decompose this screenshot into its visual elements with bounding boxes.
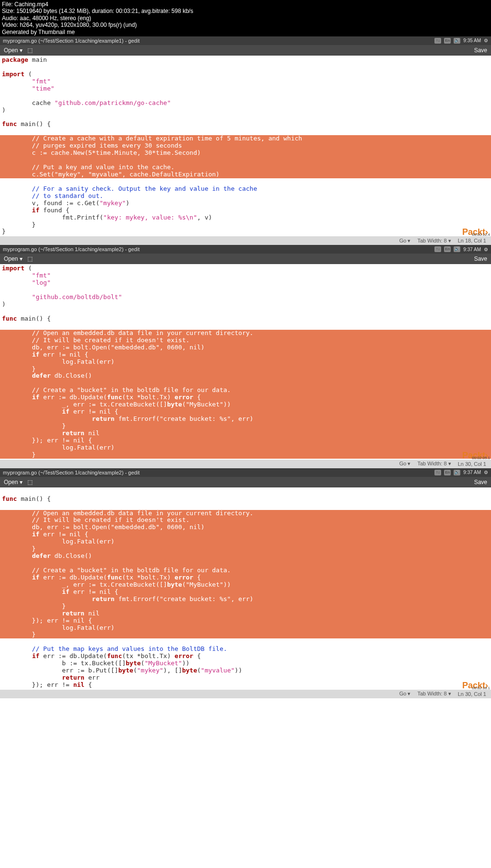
save-button[interactable]: Save — [474, 255, 487, 262]
language-indicator[interactable]: En — [444, 38, 451, 44]
volume-icon[interactable]: 🔊 — [454, 246, 460, 252]
settings-icon[interactable]: ⚙ — [484, 38, 488, 43]
cursor-position: Ln 18, Col 1 — [458, 238, 486, 243]
meta-size: Size: 15019640 bytes (14.32 MiB), durati… — [2, 8, 489, 14]
window-title: myprogram.go (~/Test/Section 1/caching/e… — [3, 38, 140, 44]
window-title: myprogram.go (~/Test/Section 1/caching/e… — [3, 470, 140, 475]
language-mode[interactable]: Go ▾ — [399, 691, 411, 697]
editor-toolbar: Open ▾ ⬚ Save — [0, 477, 491, 487]
code-editor[interactable]: import ( "fmt" "log" "github.com/boltdb/… — [0, 264, 491, 459]
new-tab-icon[interactable]: ⬚ — [27, 47, 33, 54]
editor-statusbar: Go ▾ Tab Width: 8 ▾ Ln 30, Col 1 — [0, 460, 491, 468]
save-button[interactable]: Save — [474, 47, 487, 54]
language-mode[interactable]: Go ▾ — [399, 238, 411, 244]
clock: 9:37 AM — [463, 470, 481, 475]
meta-file: File: Caching.mp4 — [2, 1, 489, 8]
cursor-position: Ln 30, Col 1 — [458, 461, 486, 467]
clock: 9:35 AM — [463, 38, 481, 43]
language-indicator[interactable]: En — [444, 246, 451, 252]
cursor-position: Ln 30, Col 1 — [458, 691, 486, 697]
meta-video: Video: h264, yuv420p, 1920x1080, 30.00 f… — [2, 22, 489, 28]
network-icon[interactable]: ↑↓ — [434, 470, 441, 475]
meta-generated: Generated by Thumbnail me — [2, 29, 489, 35]
screenshot-2: myprogram.go (~/Test/Section 1/caching/e… — [0, 245, 491, 468]
screenshot-1: myprogram.go (~/Test/Section 1/caching/e… — [0, 36, 491, 245]
settings-icon[interactable]: ⚙ — [484, 247, 488, 252]
network-icon[interactable]: ↑↓ — [434, 246, 441, 252]
open-button[interactable]: Open ▾ — [4, 47, 23, 54]
new-tab-icon[interactable]: ⬚ — [27, 479, 33, 486]
code-editor[interactable]: package main import ( "fmt" "time" cache… — [0, 56, 491, 236]
meta-audio: Audio: aac, 48000 Hz, stereo (eng) — [2, 15, 489, 22]
volume-icon[interactable]: 🔊 — [454, 38, 460, 44]
open-button[interactable]: Open ▾ — [4, 479, 23, 486]
tab-width[interactable]: Tab Width: 8 ▾ — [417, 691, 451, 697]
window-titlebar: myprogram.go (~/Test/Section 1/caching/e… — [0, 468, 491, 477]
window-title: myprogram.go (~/Test/Section 1/caching/e… — [3, 246, 140, 252]
volume-icon[interactable]: 🔊 — [454, 470, 460, 475]
screenshot-3: myprogram.go (~/Test/Section 1/caching/e… — [0, 468, 491, 698]
video-metadata: File: Caching.mp4 Size: 15019640 bytes (… — [0, 0, 491, 36]
network-icon[interactable]: ↑↓ — [434, 38, 441, 44]
highlighted-block: // Open an embedded.db data file in your… — [0, 510, 491, 639]
settings-icon[interactable]: ⚙ — [484, 470, 488, 475]
open-button[interactable]: Open ▾ — [4, 255, 23, 262]
tab-width[interactable]: Tab Width: 8 ▾ — [417, 461, 451, 467]
editor-toolbar: Open ▾ ⬚ Save — [0, 254, 491, 264]
language-indicator[interactable]: En — [444, 470, 451, 475]
save-button[interactable]: Save — [474, 479, 487, 486]
editor-statusbar: Go ▾ Tab Width: 8 ▾ Ln 18, Col 1 — [0, 236, 491, 245]
code-editor[interactable]: func main() { // Open an embedded.db dat… — [0, 487, 491, 690]
editor-toolbar: Open ▾ ⬚ Save — [0, 45, 491, 56]
highlighted-block: // Create a cache with a default expirat… — [0, 135, 491, 178]
new-tab-icon[interactable]: ⬚ — [27, 255, 33, 262]
highlighted-block: // Open an embedded.db data file in your… — [0, 330, 491, 459]
clock: 9:37 AM — [463, 247, 481, 252]
editor-statusbar: Go ▾ Tab Width: 8 ▾ Ln 30, Col 1 — [0, 690, 491, 698]
tab-width[interactable]: Tab Width: 8 ▾ — [417, 238, 451, 244]
window-titlebar: myprogram.go (~/Test/Section 1/caching/e… — [0, 245, 491, 254]
window-titlebar: myprogram.go (~/Test/Section 1/caching/e… — [0, 36, 491, 45]
language-mode[interactable]: Go ▾ — [399, 461, 411, 467]
